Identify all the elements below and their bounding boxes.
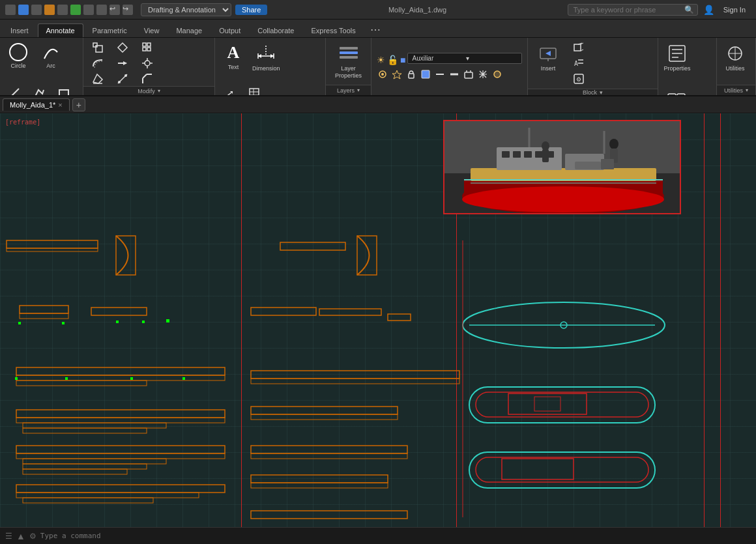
svg-rect-21 xyxy=(147,48,151,51)
multileader-icon xyxy=(224,87,235,96)
tab-insert[interactable]: Insert xyxy=(3,24,36,37)
svg-rect-66 xyxy=(422,70,429,78)
arc-button[interactable]: Arc xyxy=(35,40,66,85)
modify-row1 xyxy=(86,40,159,55)
undo-icon[interactable]: ↩ xyxy=(109,5,120,15)
block-label: Block xyxy=(583,89,597,96)
layer-tool-1[interactable] xyxy=(377,68,388,80)
offset-button[interactable] xyxy=(86,56,109,70)
svg-rect-118 xyxy=(7,240,98,248)
drawing-area[interactable]: [reframe] xyxy=(0,113,756,527)
create-block-icon xyxy=(573,42,585,53)
tab-view[interactable]: View xyxy=(136,24,167,37)
svg-rect-160 xyxy=(251,483,388,488)
layer-name: Auxiliar xyxy=(412,55,463,62)
insert-button[interactable]: Insert xyxy=(532,40,564,85)
line-button[interactable] xyxy=(3,86,26,96)
circle-button[interactable]: Circle xyxy=(3,40,34,85)
table-button[interactable] xyxy=(242,86,266,96)
svg-rect-122 xyxy=(20,313,68,319)
workspace-selector[interactable]: Drafting & Annotation xyxy=(141,3,231,16)
groups-button[interactable]: Groups xyxy=(661,86,693,96)
layer-tool-8[interactable] xyxy=(477,68,489,80)
layer-freeze2-icon xyxy=(478,69,488,79)
block-editor-icon: ⚙ xyxy=(573,73,585,85)
dimension-button[interactable]: Dimension xyxy=(250,40,282,85)
tab-annotate[interactable]: Annotate xyxy=(38,23,83,37)
explode-button[interactable] xyxy=(136,56,159,70)
layer-sun-icon[interactable]: ☀ xyxy=(377,55,385,65)
tab-manage[interactable]: Manage xyxy=(168,24,210,37)
scale-button[interactable] xyxy=(86,40,109,55)
svg-point-165 xyxy=(560,322,567,328)
svg-rect-134 xyxy=(130,377,133,380)
properties-button[interactable]: Properties xyxy=(661,40,693,85)
layer-tool-5[interactable] xyxy=(434,68,446,80)
layer-color-icon[interactable]: ■ xyxy=(400,55,405,65)
block-section-label[interactable]: Block ▾ xyxy=(528,89,658,96)
erase-button[interactable] xyxy=(86,72,109,86)
utilities-label: Utilities xyxy=(725,65,744,72)
new-tab-button[interactable]: + xyxy=(72,98,85,111)
boat-image xyxy=(443,120,681,214)
layer-properties-tools: Layer Properties xyxy=(326,38,371,85)
layer-tool-7[interactable] xyxy=(463,68,474,80)
layer-dropdown[interactable]: Auxiliar ▾ xyxy=(407,53,522,64)
create-block-button[interactable] xyxy=(567,40,590,55)
file-name: Molly_Aida_1.dwg xyxy=(267,6,567,14)
chamfer-button[interactable] xyxy=(136,72,159,86)
search-input[interactable] xyxy=(568,4,698,16)
multileader-button[interactable] xyxy=(218,86,241,96)
array-button[interactable] xyxy=(136,40,159,55)
tab-express[interactable]: Express Tools xyxy=(303,24,363,37)
svg-rect-172 xyxy=(502,459,574,480)
layer-status-icons: ☀ 🔓 ■ Auxiliar ▾ xyxy=(377,53,522,66)
svg-rect-104 xyxy=(524,151,532,158)
modify-section-label[interactable]: Modify ▾ xyxy=(83,86,214,95)
utilities-button[interactable]: Utilities xyxy=(720,40,751,85)
rect-button[interactable] xyxy=(52,86,76,96)
svg-rect-69 xyxy=(465,72,472,78)
doc-tab-close[interactable]: × xyxy=(58,101,62,109)
properties-icon xyxy=(667,43,688,64)
vline-1 xyxy=(241,113,242,527)
polyline-button[interactable] xyxy=(27,86,51,96)
svg-rect-153 xyxy=(251,371,459,379)
svg-rect-96 xyxy=(444,121,681,173)
tab-collaborate[interactable]: Collaborate xyxy=(250,24,302,37)
layer-tool-9[interactable] xyxy=(491,68,503,80)
block-editor-button[interactable]: ⚙ xyxy=(567,72,590,86)
command-input[interactable] xyxy=(40,532,751,540)
svg-rect-139 xyxy=(23,428,147,433)
text-button[interactable]: A Text xyxy=(218,40,249,85)
svg-point-63 xyxy=(381,73,384,76)
layer-tool-3[interactable] xyxy=(405,68,417,80)
define-attrib-button[interactable]: A xyxy=(567,56,590,70)
layer-tool-6[interactable] xyxy=(448,68,460,80)
tab-parametric[interactable]: Parametric xyxy=(85,24,135,37)
svg-line-0 xyxy=(10,89,19,96)
annotation-small-tools xyxy=(218,86,266,96)
block-section: Insert A ⚙ Block ▾ xyxy=(528,38,658,95)
svg-rect-155 xyxy=(251,407,398,414)
layer-dropdown-arrow: ▾ xyxy=(466,55,517,62)
modify-section: Modify ▾ xyxy=(83,38,215,95)
join-button[interactable] xyxy=(111,72,134,86)
doc-tab-main[interactable]: Molly_Aida_1* × xyxy=(3,98,70,111)
redo-icon[interactable]: ↪ xyxy=(123,5,133,15)
svg-rect-114 xyxy=(601,159,614,169)
layer-tool-4[interactable] xyxy=(420,68,431,80)
layers-section-label[interactable]: Layers ▾ xyxy=(326,85,371,95)
stretch-button[interactable] xyxy=(111,40,134,55)
svg-rect-147 xyxy=(23,498,153,503)
layer-properties-button[interactable]: Layer Properties xyxy=(329,40,368,85)
block-dropdown-icon: ▾ xyxy=(600,89,603,96)
layer-lock-icon[interactable]: 🔓 xyxy=(387,55,398,65)
utilities-section-label[interactable]: Utilities ▾ xyxy=(717,85,755,95)
signin-button[interactable]: Sign In xyxy=(718,5,751,15)
tab-custom[interactable]: ⋯ xyxy=(365,22,386,37)
tab-output[interactable]: Output xyxy=(211,24,248,37)
share-button[interactable]: Share xyxy=(235,5,267,15)
layer-tool-2[interactable] xyxy=(391,68,403,80)
extend-button[interactable] xyxy=(111,56,134,70)
